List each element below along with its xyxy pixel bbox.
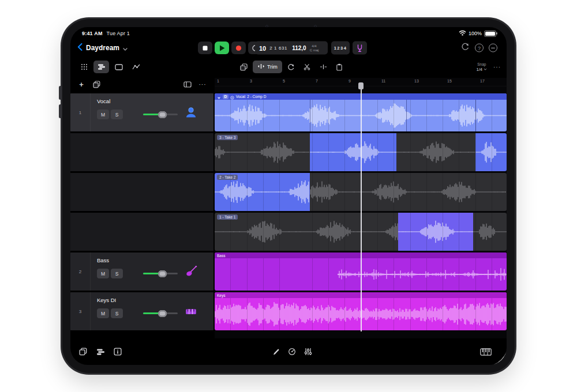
battery-percent: 100%: [469, 31, 482, 36]
ruler-label: 1: [217, 79, 219, 83]
track-stack-icon[interactable]: [93, 345, 107, 359]
loop-tool-icon[interactable]: [284, 61, 298, 73]
tracks-timeline: 1 3 5 7 9 11 13 15 17 D: [215, 78, 507, 338]
count-in-button[interactable]: 1234: [331, 42, 350, 55]
solo-button[interactable]: S: [111, 269, 123, 278]
regions-view-button[interactable]: [111, 61, 126, 73]
mute-button[interactable]: M: [97, 110, 109, 119]
ruler-label: 13: [414, 79, 419, 83]
project-title[interactable]: Daydream: [86, 44, 119, 52]
track-name: Vocal: [97, 98, 110, 104]
title-chevron-down-icon[interactable]: [123, 43, 128, 53]
lcd-signature-key: 4/4 C maj: [310, 44, 319, 52]
battery-icon: [484, 31, 496, 37]
help-icon[interactable]: ?: [475, 44, 484, 52]
paste-clipboard-icon[interactable]: [332, 61, 347, 73]
ruler-label: 11: [381, 79, 385, 83]
lcd-tempo: 112,0: [292, 45, 306, 51]
vocalist-icon: [185, 106, 197, 119]
take-lane-header-spacer: [70, 173, 213, 211]
bass-region-label: Bass: [217, 254, 225, 258]
lcd-bar-position: 10: [259, 44, 266, 51]
photo-background: { "status_bar": {"time": "9:41 AM", "dat…: [0, 0, 577, 392]
playhead[interactable]: [361, 85, 362, 331]
copy-tool-icon[interactable]: [237, 61, 251, 73]
ruler-label: 15: [447, 79, 452, 83]
volume-slider[interactable]: [143, 273, 178, 274]
header-more-icon[interactable]: ···: [196, 78, 209, 90]
duplicate-track-icon[interactable]: [90, 78, 103, 90]
ruler-label: 3: [250, 79, 252, 83]
regions-panel-icon[interactable]: [76, 345, 90, 359]
add-track-button[interactable]: +: [75, 78, 88, 90]
bass-guitar-icon: [185, 265, 197, 278]
track-number: 3: [70, 292, 91, 330]
keyboard-instrument-icon: [185, 305, 197, 318]
inspector-icon[interactable]: [111, 345, 125, 359]
lcd-display[interactable]: 10 2 1 631 112,0 4/4 C maj: [255, 42, 328, 55]
toolbar-more-icon[interactable]: ···: [493, 64, 501, 70]
record-button[interactable]: [231, 42, 246, 54]
tracks-view-button[interactable]: [93, 61, 109, 73]
view-switch-group: [76, 61, 144, 73]
logic-pro-screen: 9:41 AMTue Apr 1 100% Daydream: [70, 27, 507, 365]
volume-slider[interactable]: [143, 114, 178, 115]
meter-icon[interactable]: [285, 345, 299, 359]
status-date: Tue Apr 1: [107, 31, 130, 36]
status-bar: 9:41 AMTue Apr 1 100%: [70, 27, 507, 40]
trim-tool-button[interactable]: Trim: [253, 61, 282, 73]
track-header-bass[interactable]: 2 Bass M S: [70, 252, 213, 291]
wifi-icon: [459, 30, 466, 37]
take-lane-header-spacer: [70, 213, 213, 251]
ruler-label: 5: [283, 79, 285, 83]
mute-button[interactable]: M: [97, 308, 109, 318]
track-number: 2: [70, 252, 91, 291]
transport-controls: [198, 42, 263, 54]
undo-icon[interactable]: [461, 43, 470, 54]
volume-up-button: [59, 86, 62, 100]
arrange-area: + ··· 1 Vocal M S: [70, 78, 507, 338]
track-header-keys[interactable]: 3 Keys DI M S: [70, 292, 213, 330]
back-chevron-icon[interactable]: [77, 43, 83, 53]
take-folder-icon: [230, 93, 234, 102]
split-scissors-icon[interactable]: [300, 61, 314, 73]
lcd-beat-position: 2 1 631: [269, 46, 287, 51]
track-header-toolbar: + ···: [70, 78, 213, 92]
ruler-label: 7: [316, 79, 318, 83]
take-label: 1 - Take 1: [217, 214, 238, 220]
stop-button[interactable]: [198, 42, 212, 54]
trim-tool-icon: [257, 63, 265, 70]
volume-down-button: [59, 104, 62, 118]
status-time: 9:41 AM: [82, 31, 103, 36]
status-time-date: 9:41 AMTue Apr 1: [82, 31, 130, 36]
comp-region-label: Vocal: 2 - Comp D: [236, 95, 267, 99]
ruler-label: 17: [480, 79, 485, 83]
piano-keyboard-icon[interactable]: [479, 345, 493, 359]
lcd-key: C maj: [310, 48, 319, 52]
automation-view-button[interactable]: [128, 61, 144, 73]
ruler-label: 9: [349, 79, 351, 83]
solo-button[interactable]: S: [111, 110, 123, 119]
edit-tools-group: Trim: [237, 61, 347, 73]
volume-slider[interactable]: [143, 312, 178, 314]
snap-control[interactable]: Snap 1/4: [477, 62, 487, 72]
fade-tool-icon[interactable]: [316, 61, 331, 73]
playhead-handle[interactable]: [358, 82, 364, 89]
tuner-button[interactable]: [353, 42, 367, 55]
ipad-device: 9:41 AMTue Apr 1 100% Daydream: [62, 19, 515, 373]
play-button[interactable]: [215, 42, 229, 54]
snap-value: 1/4: [477, 67, 482, 72]
mixer-icon[interactable]: [301, 345, 315, 359]
zoom-out-icon[interactable]: [489, 44, 497, 52]
pencil-edit-icon[interactable]: [269, 345, 283, 359]
solo-button[interactable]: S: [111, 308, 123, 318]
track-header-vocal[interactable]: 1 Vocal M S: [70, 93, 213, 131]
header-panel-icon[interactable]: [181, 78, 194, 90]
take-label: 2 - Take 2: [217, 175, 238, 180]
trim-tool-label: Trim: [267, 64, 278, 70]
mute-button[interactable]: M: [97, 269, 109, 278]
disclosure-chevron-icon[interactable]: [217, 93, 221, 102]
track-name: Keys DI: [97, 297, 116, 303]
browser-view-button[interactable]: [76, 61, 92, 73]
track-headers: + ··· 1 Vocal M S: [70, 78, 213, 338]
